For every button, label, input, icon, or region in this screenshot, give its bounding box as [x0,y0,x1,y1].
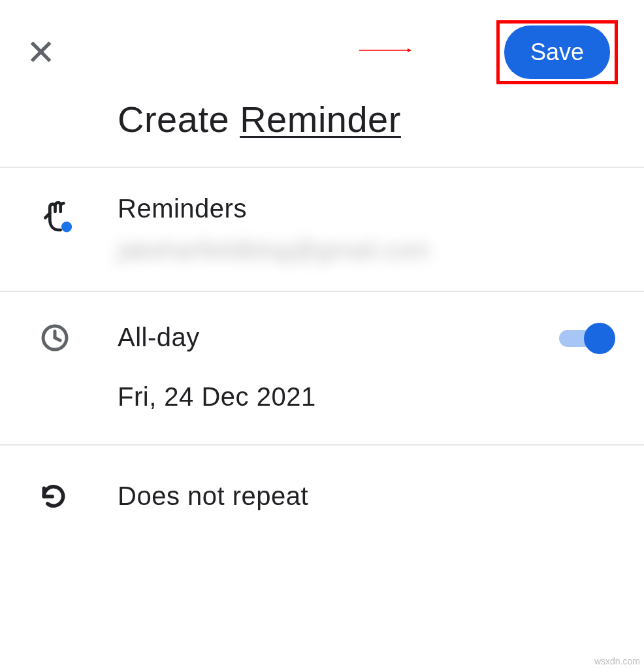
account-email: jakeharfieldblog@gmail.com [118,237,618,265]
allday-toggle[interactable] [559,323,611,351]
account-label: Reminders [118,194,618,223]
reminder-title-input[interactable]: Create Reminder [118,99,401,140]
clock-icon [39,322,71,356]
date-picker[interactable]: Fri, 24 Dec 2021 [118,382,618,412]
svg-marker-1 [408,48,411,52]
svg-point-2 [61,221,72,232]
save-button[interactable]: Save [504,25,610,79]
close-icon[interactable]: ✕ [26,35,56,70]
repeat-label: Does not repeat [118,481,308,511]
annotation-arrow-icon [333,47,438,54]
watermark: wsxdn.com [594,656,640,666]
save-button-highlight: Save [496,20,618,84]
title-suffix: Reminder [240,99,401,140]
repeat-icon [39,482,68,514]
repeat-row[interactable]: Does not repeat [0,446,644,540]
account-row[interactable]: Reminders jakeharfieldblog@gmail.com [0,168,644,291]
title-prefix: Create [118,99,240,140]
reminder-hand-icon [39,198,76,237]
allday-label: All-day [118,323,200,352]
